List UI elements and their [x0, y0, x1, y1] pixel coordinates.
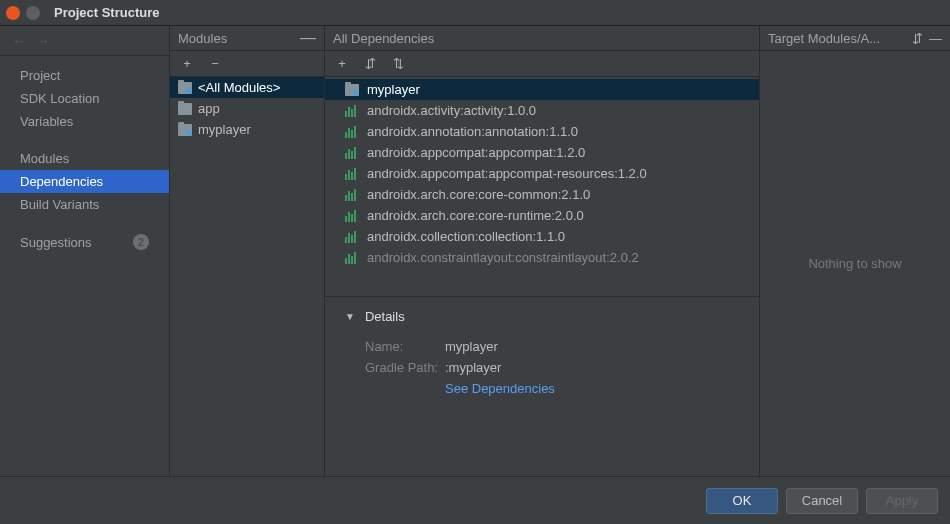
settings-icon[interactable]: ⇵ — [912, 31, 923, 46]
dep-item[interactable]: androidx.arch.core:core-common:2.1.0 — [325, 184, 759, 205]
all-modules-icon — [178, 82, 192, 94]
window-title: Project Structure — [54, 5, 159, 20]
title-bar: Project Structure — [0, 0, 950, 26]
module-icon — [178, 124, 192, 136]
detail-path-value: :myplayer — [445, 360, 501, 375]
nav-item-variables[interactable]: Variables — [0, 110, 169, 133]
window-minimize-icon[interactable] — [26, 6, 40, 20]
target-header: Target Modules/A... ⇵ — — [760, 26, 950, 51]
dependencies-panel: All Dependencies + ⇵ ⇅ myplayer androidx… — [325, 26, 760, 476]
remove-module-icon[interactable]: − — [206, 56, 224, 71]
module-item-all[interactable]: <All Modules> — [170, 77, 324, 98]
detail-name-value: myplayer — [445, 339, 498, 354]
library-icon — [345, 105, 359, 117]
dep-item[interactable]: androidx.collection:collection:1.1.0 — [325, 226, 759, 247]
library-icon — [345, 147, 359, 159]
deps-list[interactable]: myplayer androidx.activity:activity:1.0.… — [325, 77, 759, 296]
library-icon — [345, 126, 359, 138]
module-item-myplayer[interactable]: myplayer — [170, 119, 324, 140]
collapse-all-icon[interactable]: ⇅ — [389, 56, 407, 71]
add-dependency-icon[interactable]: + — [333, 56, 351, 71]
dep-item[interactable]: androidx.constraintlayout:constraintlayo… — [325, 247, 759, 268]
dep-item[interactable]: androidx.annotation:annotation:1.1.0 — [325, 121, 759, 142]
target-panel: Target Modules/A... ⇵ — Nothing to show — [760, 26, 950, 476]
details-panel: ▼ Details Name: myplayer Gradle Path: :m… — [325, 296, 759, 476]
hide-icon[interactable]: — — [929, 31, 942, 46]
module-icon — [345, 84, 359, 96]
back-icon[interactable]: ← — [12, 33, 26, 49]
empty-state: Nothing to show — [760, 51, 950, 476]
library-icon — [345, 189, 359, 201]
dep-item[interactable]: androidx.appcompat:appcompat-resources:1… — [325, 163, 759, 184]
modules-header: Modules — — [170, 26, 324, 51]
detail-path-label: Gradle Path: — [365, 360, 445, 375]
nav-item-build-variants[interactable]: Build Variants — [0, 193, 169, 216]
library-icon — [345, 168, 359, 180]
dialog-footer: OK Cancel Apply — [0, 476, 950, 524]
module-list[interactable]: <All Modules> app myplayer — [170, 77, 324, 476]
nav-item-sdk-location[interactable]: SDK Location — [0, 87, 169, 110]
dep-item[interactable]: androidx.arch.core:core-runtime:2.0.0 — [325, 205, 759, 226]
modules-panel: Modules — + − <All Modules> app myplayer — [170, 26, 325, 476]
nav-item-modules[interactable]: Modules — [0, 147, 169, 170]
modules-toolbar: + − — [170, 51, 324, 77]
content-area: ← → Project SDK Location Variables Modul… — [0, 26, 950, 476]
library-icon — [345, 210, 359, 222]
ok-button[interactable]: OK — [706, 488, 778, 514]
apply-button: Apply — [866, 488, 938, 514]
library-icon — [345, 231, 359, 243]
disclosure-triangle-icon[interactable]: ▼ — [345, 311, 355, 322]
collapse-icon[interactable]: — — [300, 29, 316, 47]
library-icon — [345, 252, 359, 264]
detail-name-label: Name: — [365, 339, 445, 354]
add-module-icon[interactable]: + — [178, 56, 196, 71]
nav-sidebar: ← → Project SDK Location Variables Modul… — [0, 26, 170, 476]
see-dependencies-link[interactable]: See Dependencies — [445, 381, 555, 396]
nav-item-suggestions[interactable]: Suggestions 2 — [0, 230, 169, 254]
forward-icon[interactable]: → — [36, 33, 50, 49]
dep-item[interactable]: androidx.activity:activity:1.0.0 — [325, 100, 759, 121]
deps-header: All Dependencies — [325, 26, 759, 51]
expand-icon[interactable]: ⇵ — [361, 56, 379, 71]
details-header[interactable]: ▼ Details — [345, 309, 739, 324]
cancel-button[interactable]: Cancel — [786, 488, 858, 514]
dep-item[interactable]: androidx.appcompat:appcompat:1.2.0 — [325, 142, 759, 163]
suggestions-badge: 2 — [133, 234, 149, 250]
module-icon — [178, 103, 192, 115]
window-close-icon[interactable] — [6, 6, 20, 20]
nav-item-project[interactable]: Project — [0, 64, 169, 87]
module-item-app[interactable]: app — [170, 98, 324, 119]
nav-history: ← → — [0, 26, 169, 56]
nav-item-dependencies[interactable]: Dependencies — [0, 170, 169, 193]
dep-item-myplayer[interactable]: myplayer — [325, 79, 759, 100]
deps-toolbar: + ⇵ ⇅ — [325, 51, 759, 77]
